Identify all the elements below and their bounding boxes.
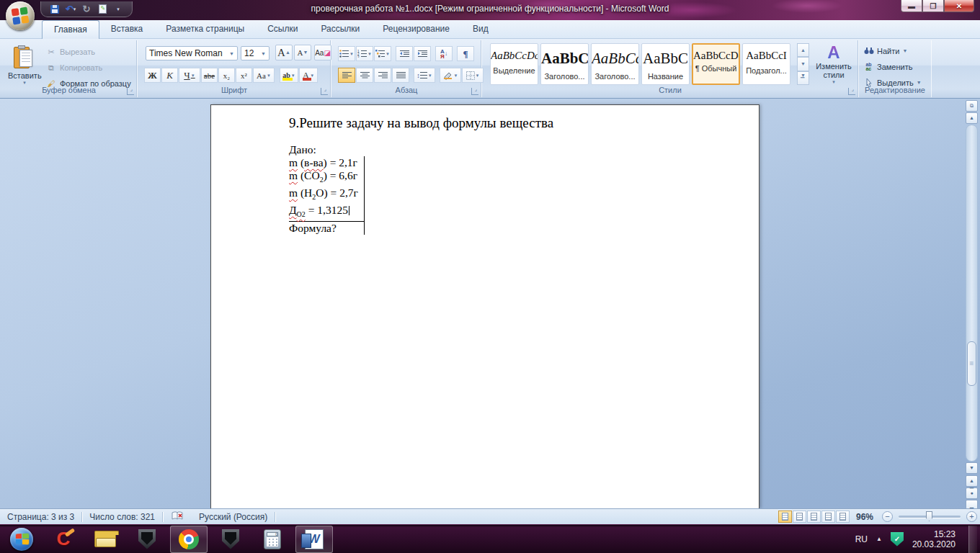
view-fullscreen-reading-button[interactable] — [793, 511, 806, 523]
tab-3[interactable]: Ссылки — [256, 20, 309, 39]
tab-4[interactable]: Рассылки — [309, 20, 371, 39]
scroll-up-button[interactable]: ▲ — [966, 112, 978, 124]
document-page[interactable]: 9.Решите задачу на вывод формулы веществ… — [210, 104, 760, 508]
scrollbar-track[interactable] — [966, 125, 978, 462]
shading-button[interactable]: ▼ — [440, 68, 461, 83]
zoom-out-button[interactable]: − — [882, 511, 893, 522]
spellcheck-status-button[interactable] — [163, 511, 192, 523]
customize-qat-button[interactable]: ▾ — [112, 3, 125, 16]
styles-scroll-up-button[interactable]: ▲ — [797, 43, 809, 57]
zoom-level[interactable]: 96% — [850, 512, 879, 522]
change-styles-button[interactable]: A Изменить стили ▾ — [813, 43, 855, 86]
word-count[interactable]: Число слов: 321 — [82, 511, 162, 523]
find-button[interactable]: Найти ▼ — [863, 46, 907, 55]
page-indicator[interactable]: Страница: 3 из 3 — [0, 511, 81, 523]
view-print-layout-button[interactable] — [778, 511, 792, 523]
save-button[interactable] — [48, 3, 61, 16]
scrollbar-thumb[interactable] — [967, 341, 976, 386]
justify-button[interactable] — [392, 68, 409, 83]
change-case-button[interactable]: Aa▼ — [253, 68, 275, 83]
line-spacing-button[interactable]: ↕▼ — [414, 68, 435, 83]
shrink-font-button[interactable]: A▼ — [294, 45, 311, 60]
tab-0[interactable]: Главная — [42, 20, 99, 39]
align-left-button[interactable] — [338, 68, 355, 83]
align-right-button[interactable] — [374, 68, 391, 83]
style-card-4[interactable]: AaBbCcDc¶ Обычный — [692, 43, 740, 85]
decrease-indent-button[interactable] — [396, 46, 413, 61]
bold-button[interactable]: Ж — [144, 68, 161, 83]
view-draft-button[interactable] — [836, 511, 850, 523]
font-name-combo[interactable]: Times New Roman ▼ — [146, 46, 238, 60]
close-button[interactable]: ✕ — [944, 0, 974, 12]
style-card-5[interactable]: AaBbCcIПодзагол... — [742, 43, 790, 85]
paste-button[interactable]: Вставить ▾ — [7, 43, 42, 86]
cut-button[interactable]: ✂ Вырезать — [46, 45, 95, 59]
style-card-1[interactable]: AaBbCЗаголово... — [540, 43, 589, 85]
tab-2[interactable]: Разметка страницы — [154, 20, 256, 39]
taskbar-start-button[interactable] — [3, 526, 40, 553]
vertical-scrollbar[interactable]: ⧉ ▲ ▼ ▲▔ ● ▁▼ — [965, 100, 979, 507]
grow-font-button[interactable]: A▲ — [275, 45, 293, 60]
zoom-in-button[interactable]: + — [966, 511, 977, 522]
show-desktop-button[interactable] — [968, 526, 977, 553]
multilevel-list-button[interactable]: ▼ — [374, 46, 391, 61]
show-paragraph-marks-button[interactable]: ¶ — [457, 46, 474, 61]
italic-button[interactable]: К — [161, 68, 178, 83]
subscript-button[interactable]: x₂ — [218, 68, 235, 83]
styles-scroll-down-button[interactable]: ▼ — [797, 57, 809, 71]
redo-button[interactable]: ↻ — [80, 3, 93, 16]
zoom-slider-thumb[interactable] — [926, 511, 932, 521]
taskbar-world-of-tanks-button[interactable] — [128, 526, 166, 553]
strikethrough-button[interactable]: abe — [201, 68, 218, 83]
increase-indent-button[interactable] — [414, 46, 431, 61]
clear-formatting-button[interactable]: Aa◪ — [314, 45, 331, 60]
taskbar-world-of-tanks-2-button[interactable] — [212, 526, 249, 553]
previous-page-button[interactable]: ▲▔ — [966, 475, 978, 487]
undo-button[interactable]: ↶▾ — [64, 3, 77, 16]
taskbar-chrome-button[interactable] — [170, 526, 208, 553]
numbering-button[interactable]: 123▼ — [356, 46, 373, 61]
text-highlight-button[interactable]: ab▼ — [280, 68, 298, 83]
select-browse-object-button[interactable]: ● — [966, 487, 978, 499]
view-web-layout-button[interactable] — [807, 511, 821, 523]
clipboard-dialog-launcher[interactable] — [127, 88, 134, 95]
scroll-down-button[interactable]: ▼ — [966, 462, 978, 474]
superscript-button[interactable]: x² — [236, 68, 252, 83]
restore-button[interactable]: ❐ — [922, 0, 944, 12]
minimize-button[interactable]: ▬ — [901, 0, 922, 12]
style-card-0[interactable]: AaBbCcDcВыделение — [490, 43, 538, 85]
taskbar-calculator-button[interactable]: 0 — [254, 526, 291, 553]
zoom-slider-track[interactable] — [899, 516, 961, 518]
taskbar-ccleaner-button[interactable]: C — [45, 526, 82, 553]
language-indicator[interactable]: Русский (Россия) — [192, 511, 275, 523]
borders-button[interactable]: ▼ — [462, 68, 484, 83]
tab-5[interactable]: Рецензирование — [371, 20, 461, 39]
view-outline-button[interactable] — [821, 511, 835, 523]
paragraph-dialog-launcher[interactable] — [471, 88, 478, 95]
styles-dialog-launcher[interactable] — [848, 88, 855, 95]
office-button[interactable] — [6, 1, 35, 30]
antivirus-shield-icon[interactable]: ✓ — [891, 532, 904, 547]
copy-button[interactable]: ⧉ Копировать — [46, 60, 102, 75]
bullets-button[interactable]: ▼ — [338, 46, 355, 61]
font-name-value: Times New Roman — [149, 48, 223, 58]
align-center-button[interactable] — [356, 68, 373, 83]
styles-more-button[interactable]: ▼▔ — [797, 71, 809, 85]
replace-button[interactable]: abac Заменить — [863, 62, 912, 71]
ruler-toggle-button[interactable]: ⧉ — [966, 100, 978, 112]
clock[interactable]: 15:23 20.03.2020 — [912, 529, 960, 549]
sort-button[interactable]: АЯ↓ — [435, 46, 453, 61]
font-color-button[interactable]: А▼ — [299, 68, 318, 83]
font-dialog-launcher[interactable] — [321, 88, 328, 95]
hidden-icons-arrow[interactable]: ▲ — [876, 536, 882, 542]
tab-6[interactable]: Вид — [461, 20, 500, 39]
taskbar-word-button[interactable]: W — [295, 526, 333, 553]
style-card-3[interactable]: AaBbCНазвание — [641, 43, 690, 85]
style-card-2[interactable]: AaBbCcЗаголово... — [591, 43, 639, 85]
font-size-combo[interactable]: 12 ▼ — [241, 46, 270, 60]
taskbar-explorer-button[interactable] — [86, 526, 124, 553]
print-preview-button[interactable] — [96, 3, 109, 16]
tab-1[interactable]: Вставка — [99, 20, 155, 39]
underline-button[interactable]: Ч▼ — [179, 68, 200, 83]
language-switcher[interactable]: RU — [855, 534, 868, 544]
